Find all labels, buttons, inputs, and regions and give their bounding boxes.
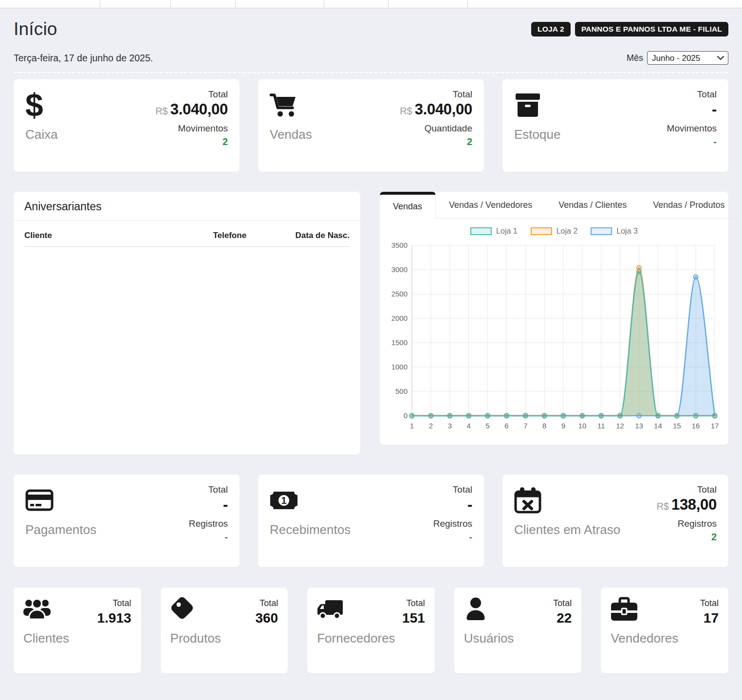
store-badge: LOJA 2 <box>531 22 571 37</box>
aniversariantes-table: Cliente Telefone Data de Nasc. <box>24 223 350 247</box>
column-header-cliente: Cliente <box>24 223 213 247</box>
strip-divider <box>467 0 468 8</box>
company-badge: PANNOS E PANNOS LTDA ME - FILIAL <box>575 22 728 37</box>
page-header: Início LOJA 2 PANNOS E PANNOS LTDA ME - … <box>14 19 728 39</box>
data-point[interactable] <box>694 275 698 279</box>
legend-item[interactable]: Loja 2 <box>531 227 578 236</box>
y-tick-label: 3500 <box>391 241 408 249</box>
tab-vendas-vendedores[interactable]: Vendas / Vendedores <box>436 192 545 219</box>
data-point[interactable] <box>580 414 584 418</box>
total-label: Total <box>97 598 131 608</box>
user-icon <box>464 597 487 621</box>
x-tick-label: 16 <box>692 422 700 430</box>
x-tick-label: 13 <box>635 422 643 430</box>
card-label: Vendas <box>270 127 312 142</box>
x-tick-label: 1 <box>410 422 414 430</box>
total-label: Total <box>189 484 228 495</box>
legend-label: Loja 2 <box>556 227 578 236</box>
total-value: 1.913 <box>97 610 131 626</box>
data-point[interactable] <box>561 414 566 418</box>
sub-value: - <box>189 532 228 543</box>
money-bill-icon: 1 <box>270 488 298 513</box>
data-point[interactable] <box>599 414 603 418</box>
x-tick-label: 17 <box>711 422 719 430</box>
briefcase-icon <box>611 597 638 621</box>
data-point[interactable] <box>466 414 471 418</box>
data-point[interactable] <box>410 414 414 418</box>
x-tick-label: 4 <box>466 422 470 430</box>
column-header-data-nasc: Data de Nasc. <box>281 223 350 247</box>
y-tick-label: 1000 <box>391 363 408 371</box>
y-tick-label: 0 <box>404 411 408 420</box>
box-icon <box>514 92 541 118</box>
chart-tabs: Vendas Vendas / Vendedores Vendas / Clie… <box>380 192 728 219</box>
produtos-card: Total 360 Produtos <box>161 588 288 673</box>
x-tick-label: 6 <box>504 422 508 430</box>
total-label: Total <box>155 89 228 100</box>
card-label: Clientes <box>23 631 131 646</box>
aniversariantes-card: Aniversariantes Cliente Telefone Data de… <box>14 192 360 455</box>
total-value: 22 <box>553 610 572 626</box>
x-tick-label: 9 <box>561 422 565 430</box>
data-point[interactable] <box>447 414 452 418</box>
card-label: Usuários <box>464 631 572 646</box>
data-point[interactable] <box>485 414 490 418</box>
dollar-icon: $ <box>25 87 43 123</box>
x-tick-label: 2 <box>429 422 433 430</box>
card-label: Estoque <box>514 127 560 142</box>
pagamentos-card: Pagamentos Total - Registros - <box>14 475 240 567</box>
x-tick-label: 15 <box>673 422 681 430</box>
total-label: Total <box>402 598 425 608</box>
currency-prefix: R$ <box>656 501 669 512</box>
y-tick-label: 3000 <box>391 265 408 274</box>
total-value: - <box>667 101 717 118</box>
sales-chart-svg: 0500100015002000250030003500123456789101… <box>385 238 725 439</box>
data-point[interactable] <box>523 414 528 418</box>
data-point[interactable] <box>675 414 679 418</box>
card-label: Vendedores <box>611 631 719 646</box>
top-window-strip <box>0 0 742 8</box>
month-select[interactable]: Junho - 2025 <box>647 51 728 65</box>
sub-value: 2 <box>155 136 228 147</box>
data-point[interactable] <box>694 414 698 418</box>
clientes-card: Total 1.913 Clientes <box>14 588 141 673</box>
legend-item[interactable]: Loja 3 <box>591 227 638 236</box>
sub-value: 2 <box>656 532 717 543</box>
data-point[interactable] <box>428 414 433 418</box>
currency-prefix: R$ <box>400 106 412 116</box>
month-label: Mês <box>627 53 643 63</box>
card-label: Recebimentos <box>270 522 351 537</box>
users-icon <box>23 597 51 621</box>
data-point[interactable] <box>713 414 717 418</box>
strip-divider <box>235 0 236 8</box>
total-label: Total <box>667 89 717 100</box>
data-point[interactable] <box>542 414 547 418</box>
strip-divider <box>100 0 100 8</box>
chart-legend: Loja 1Loja 2Loja 3 <box>380 227 728 236</box>
card-label: Caixa <box>25 127 57 142</box>
sub-value: 2 <box>400 136 472 147</box>
tab-vendas-clientes[interactable]: Vendas / Clientes <box>545 192 640 219</box>
legend-swatch <box>470 227 492 235</box>
total-label: Total <box>553 598 572 608</box>
sub-label: Movimentos <box>667 123 717 134</box>
sub-label: Registros <box>433 518 472 529</box>
tab-vendas-produtos[interactable]: Vendas / Produtos <box>640 192 738 219</box>
sub-label: Registros <box>189 518 228 529</box>
data-point[interactable] <box>637 270 641 274</box>
sub-label: Movimentos <box>155 123 228 134</box>
data-point[interactable] <box>656 414 660 418</box>
total-value: - <box>433 496 472 514</box>
total-label: Total <box>656 484 717 495</box>
total-value: 17 <box>700 610 719 626</box>
data-point[interactable] <box>618 414 622 418</box>
tab-vendas[interactable]: Vendas <box>380 192 436 219</box>
legend-swatch <box>591 227 612 235</box>
total-label: Total <box>400 89 472 100</box>
data-point[interactable] <box>504 414 509 418</box>
sales-chart-panel: Vendas Vendas / Vendedores Vendas / Clie… <box>380 192 728 445</box>
date-row: Terça-feira, 17 de junho de 2025. Mês Ju… <box>14 51 728 73</box>
x-tick-label: 10 <box>578 422 587 430</box>
legend-item[interactable]: Loja 1 <box>470 227 518 236</box>
estoque-card: Estoque Total - Movimentos - <box>502 79 728 172</box>
